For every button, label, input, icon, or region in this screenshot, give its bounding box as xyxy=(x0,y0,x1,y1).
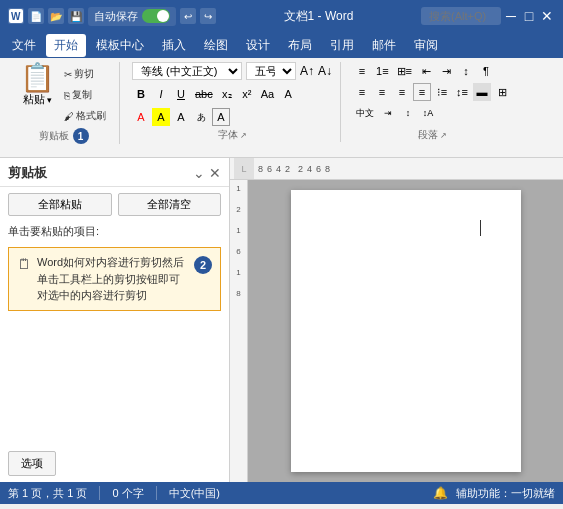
para-spacing-button[interactable]: ↕ xyxy=(399,104,417,122)
menu-item-design[interactable]: 设计 xyxy=(238,34,278,57)
justify-button[interactable]: ≡ xyxy=(413,83,431,101)
autosave-switch[interactable] xyxy=(142,9,170,23)
menu-item-home[interactable]: 开始 xyxy=(46,34,86,57)
menu-item-insert[interactable]: 插入 xyxy=(154,34,194,57)
italic-button[interactable]: I xyxy=(152,85,170,103)
open-icon[interactable]: 📂 xyxy=(48,8,64,24)
paste-button[interactable]: 📋 粘贴 ▾ xyxy=(16,62,59,109)
search-input[interactable] xyxy=(421,7,501,25)
underline-button[interactable]: U xyxy=(172,85,190,103)
language: 中文(中国) xyxy=(169,486,220,501)
clipboard-expand-button[interactable]: 1 xyxy=(73,128,89,144)
copy-button[interactable]: ⎘ 复制 xyxy=(59,85,111,105)
word-logo-icon: W xyxy=(8,8,24,24)
phonetic-guide-button[interactable]: あ xyxy=(192,108,210,126)
numbering-button[interactable]: 1≡ xyxy=(373,62,392,80)
clipboard-item-text: Word如何对内容进行剪切然后单击工具栏上的剪切按钮即可对选中的内容进行剪切 xyxy=(37,254,188,304)
panel-options-button[interactable]: 选项 xyxy=(8,451,56,476)
bold-button[interactable]: B xyxy=(132,85,150,103)
format-painter-button[interactable]: 🖌 格式刷 xyxy=(59,106,111,126)
close-button[interactable]: ✕ xyxy=(539,8,555,24)
align-center-button[interactable]: ≡ xyxy=(373,83,391,101)
text-effect-button[interactable]: A xyxy=(172,108,190,126)
autosave-toggle[interactable]: 自动保存 xyxy=(88,7,176,26)
vertical-ruler: 1 2 1 6 1 8 xyxy=(230,180,248,482)
font-group-label: 字体 xyxy=(218,128,238,142)
status-separator-1 xyxy=(99,486,100,500)
cut-button[interactable]: ✂ 剪切 xyxy=(59,64,111,84)
clear-format-button[interactable]: A xyxy=(279,85,297,103)
font-shrink-icon[interactable]: A↓ xyxy=(318,64,332,78)
show-marks-button[interactable]: ¶ xyxy=(477,62,495,80)
accessibility-icon: 🔔 xyxy=(433,486,448,500)
chinese-layout-button[interactable]: 中文 xyxy=(353,104,377,122)
menu-item-template[interactable]: 模板中心 xyxy=(88,34,152,57)
bullets-button[interactable]: ≡ xyxy=(353,62,371,80)
minimize-button[interactable]: ─ xyxy=(503,8,519,24)
status-bar: 第 1 页，共 1 页 0 个字 中文(中国) 🔔 辅助功能：一切就绪 xyxy=(0,482,563,504)
page-wrapper[interactable] xyxy=(248,180,563,482)
new-doc-icon[interactable]: 📄 xyxy=(28,8,44,24)
redo-icon[interactable]: ↪ xyxy=(200,8,216,24)
menu-item-file[interactable]: 文件 xyxy=(4,34,44,57)
menu-item-references[interactable]: 引用 xyxy=(322,34,362,57)
menu-item-mail[interactable]: 邮件 xyxy=(364,34,404,57)
maximize-button[interactable]: □ xyxy=(521,8,537,24)
format-painter-icon: 🖌 xyxy=(64,111,74,122)
para-sort-button[interactable]: ↕A xyxy=(419,104,437,122)
char-border-button[interactable]: A xyxy=(212,108,230,126)
autosave-label: 自动保存 xyxy=(94,9,138,24)
menu-item-layout[interactable]: 布局 xyxy=(280,34,320,57)
increase-indent-button[interactable]: ⇥ xyxy=(437,62,455,80)
document-page[interactable] xyxy=(291,190,521,472)
clipboard-item[interactable]: 🗒 Word如何对内容进行剪切然后单击工具栏上的剪切按钮即可对选中的内容进行剪切… xyxy=(8,247,221,311)
ribbon-group-font: 等线 (中文正文) 五号 A↑ A↓ B I U abc x₂ x² Aa xyxy=(124,62,341,142)
indent-chars-button[interactable]: ⇥ xyxy=(379,104,397,122)
horizontal-ruler: L 8 6 4 2 2 4 6 8 xyxy=(230,158,563,180)
font-grow-icon[interactable]: A↑ xyxy=(300,64,314,78)
ruler-label: L xyxy=(234,158,254,179)
decrease-indent-button[interactable]: ⇤ xyxy=(417,62,435,80)
menu-item-draw[interactable]: 绘图 xyxy=(196,34,236,57)
panel-controls: ⌄ ✕ xyxy=(193,166,221,180)
paste-dropdown-icon[interactable]: ▾ xyxy=(47,95,52,105)
font-size-select[interactable]: 五号 xyxy=(246,62,296,80)
font-color-button[interactable]: A xyxy=(132,108,150,126)
menu-item-review[interactable]: 审阅 xyxy=(406,34,446,57)
line-spacing-button[interactable]: ↕≡ xyxy=(453,83,471,101)
subscript-button[interactable]: x₂ xyxy=(218,85,236,103)
undo-icon[interactable]: ↩ xyxy=(180,8,196,24)
clear-all-button[interactable]: 全部清空 xyxy=(118,193,222,216)
ribbon: 📋 粘贴 ▾ ✂ 剪切 ⎘ 复制 🖌 xyxy=(0,58,563,158)
highlight-button[interactable]: A xyxy=(152,108,170,126)
distributed-button[interactable]: ⁝≡ xyxy=(433,83,451,101)
panel-title: 剪贴板 xyxy=(8,164,47,182)
strikethrough-button[interactable]: abc xyxy=(192,85,216,103)
panel-hint: 单击要粘贴的项目: xyxy=(0,222,229,243)
accessibility-status: 辅助功能：一切就绪 xyxy=(456,486,555,501)
align-left-button[interactable]: ≡ xyxy=(353,83,371,101)
borders-button[interactable]: ⊞ xyxy=(493,83,511,101)
title-bar-left: W 📄 📂 💾 自动保存 ↩ ↪ xyxy=(8,7,216,26)
status-separator-2 xyxy=(156,486,157,500)
panel-settings-icon[interactable]: ⌄ xyxy=(193,166,205,180)
paste-all-button[interactable]: 全部粘贴 xyxy=(8,193,112,216)
font-expand-button[interactable]: ↗ xyxy=(240,131,247,140)
superscript-button[interactable]: x² xyxy=(238,85,256,103)
align-right-button[interactable]: ≡ xyxy=(393,83,411,101)
change-case-button[interactable]: Aa xyxy=(258,85,277,103)
ruler-marks: 8 6 4 2 2 4 6 8 xyxy=(258,164,559,174)
panel-close-icon[interactable]: ✕ xyxy=(209,166,221,180)
para-expand-button[interactable]: ↗ xyxy=(440,131,447,140)
para-group-label: 段落 xyxy=(418,128,438,142)
clipboard-group-label: 剪贴板 xyxy=(39,129,69,143)
svg-text:W: W xyxy=(11,11,21,22)
ribbon-group-paragraph: ≡ 1≡ ⊞≡ ⇤ ⇥ ↕ ¶ ≡ ≡ ≡ ≡ ⁝≡ ↕≡ ▬ ⊞ xyxy=(345,62,519,142)
document-area: L 8 6 4 2 2 4 6 8 1 2 1 6 1 8 xyxy=(230,158,563,482)
shading-button[interactable]: ▬ xyxy=(473,83,491,101)
multilevel-list-button[interactable]: ⊞≡ xyxy=(394,62,415,80)
copy-icon: ⎘ xyxy=(64,90,70,101)
save-icon[interactable]: 💾 xyxy=(68,8,84,24)
font-name-select[interactable]: 等线 (中文正文) xyxy=(132,62,242,80)
sort-button[interactable]: ↕ xyxy=(457,62,475,80)
